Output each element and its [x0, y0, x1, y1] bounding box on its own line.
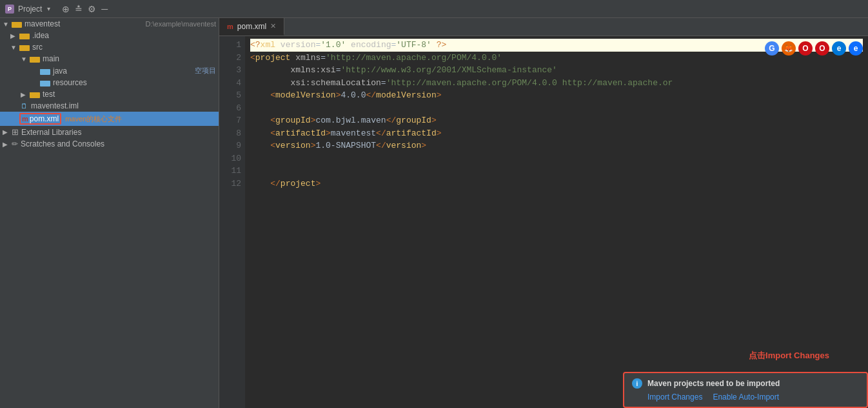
sidebar: ▼ maventest D:\example\maventest ▶ .idea…	[0, 18, 219, 408]
main-area: ▼ maventest D:\example\maventest ▶ .idea…	[0, 18, 868, 408]
code-line-6	[250, 102, 863, 115]
tree-item-maventest-root[interactable]: ▼ maventest D:\example\maventest	[0, 18, 219, 30]
editor-area: m pom.xml ✕ G 🦊 O O e e	[219, 18, 868, 408]
hint-text: 点击Import Changes	[749, 350, 829, 362]
minimize-btn[interactable]: ─	[101, 4, 108, 14]
title-bar-controls: ⊕ ≛ ⚙ ─	[62, 4, 108, 14]
code-line-9: <version>1.0-SNAPSHOT</version>	[250, 139, 863, 152]
project-icon: P	[5, 5, 14, 14]
code-line-12: </project>	[250, 178, 863, 190]
settings-btn[interactable]: ⚙	[88, 4, 96, 14]
chevron-main: ▼	[21, 56, 30, 63]
notification-info-icon: i	[632, 378, 642, 389]
svg-rect-11	[40, 81, 44, 83]
opera-icon[interactable]: O	[798, 41, 813, 56]
label-idea: .idea	[32, 31, 216, 40]
label-iml: maventest.iml	[31, 101, 216, 110]
svg-rect-3	[19, 34, 24, 36]
opera2-icon[interactable]: O	[815, 41, 829, 56]
collapse-btn[interactable]: ≛	[75, 4, 83, 14]
label-external: External Libraries	[21, 128, 216, 137]
svg-rect-13	[30, 92, 34, 94]
tree-item-test[interactable]: ▶ test	[0, 88, 219, 100]
code-line-10	[250, 152, 863, 165]
svg-rect-5	[19, 45, 24, 47]
tab-pom[interactable]: m pom.xml ✕	[219, 18, 284, 36]
folder-icon-src	[19, 43, 30, 51]
project-dropdown-arrow[interactable]: ▾	[47, 5, 50, 12]
tab-close-btn[interactable]: ✕	[270, 22, 276, 30]
code-line-8: <artifactId>maventest</artifactId>	[250, 127, 863, 140]
label-scratches: Scratches and Consoles	[21, 139, 216, 148]
folder-icon-idea	[19, 32, 30, 39]
code-line-4: xsi:schemaLocation='http://maven.apache.…	[250, 77, 863, 90]
title-bar: P Project ▾ ⊕ ≛ ⚙ ─	[0, 0, 868, 18]
chevron-src: ▼	[10, 44, 19, 51]
tab-maven-icon: m	[227, 23, 233, 30]
browser-icons: G 🦊 O O e e	[765, 41, 863, 56]
line-numbers: 1 2 3 4 5 6 7 8 9 10 11 12	[219, 36, 245, 408]
external-icon: ⊞	[12, 127, 19, 137]
folder-icon-maventest	[12, 20, 22, 28]
svg-rect-1	[12, 22, 16, 24]
code-line-5: <modelVersion>4.0.0</modelVersion>	[250, 89, 863, 102]
label-resources: resources	[53, 78, 216, 87]
tree-item-idea[interactable]: ▶ .idea	[0, 30, 219, 41]
tree-item-java[interactable]: java 空项目	[0, 65, 219, 77]
chevron-scratches: ▶	[3, 141, 12, 148]
notification-title: Maven projects need to be imported	[647, 379, 780, 388]
tree-item-src[interactable]: ▼ src	[0, 41, 219, 53]
tree-item-main[interactable]: ▼ main	[0, 53, 219, 65]
notification-actions: Import Changes Enable Auto-Import	[632, 393, 859, 402]
code-line-7: <groupId>com.bjwl.maven</groupId>	[250, 114, 863, 127]
scratches-icon: ✏	[12, 139, 18, 148]
svg-rect-7	[30, 57, 34, 59]
tree-item-scratches[interactable]: ▶ ✏ Scratches and Consoles	[0, 138, 219, 150]
firefox-icon[interactable]: 🦊	[782, 41, 796, 56]
pom-icon-box: m pom.xml	[19, 113, 61, 125]
folder-icon-resources	[40, 79, 50, 87]
title-bar-project: Project	[18, 5, 42, 14]
file-icon-iml: 🗒	[19, 101, 28, 110]
label-java: java	[53, 66, 191, 76]
label-pom: pom.xml	[30, 114, 59, 123]
tree-item-pom[interactable]: m pom.xml maven的核心文件	[0, 112, 219, 126]
title-bar-left: P Project ▾ ⊕ ≛ ⚙ ─	[5, 4, 108, 14]
badge-java: 空项目	[195, 66, 216, 76]
folder-icon-test	[30, 90, 40, 98]
notification-header: i Maven projects need to be imported	[632, 378, 859, 389]
ie-icon[interactable]: e	[849, 41, 863, 56]
tab-bar: m pom.xml ✕	[219, 18, 868, 36]
chevron-external: ▶	[3, 128, 12, 136]
label-main: main	[43, 54, 216, 63]
svg-rect-9	[40, 69, 44, 71]
folder-icon-main	[30, 55, 40, 63]
chevron-maventest: ▼	[3, 21, 12, 28]
code-line-11	[250, 165, 863, 178]
pom-annotation: maven的核心文件	[65, 114, 122, 124]
edge-icon[interactable]: e	[832, 41, 846, 56]
chevron-test: ▶	[21, 91, 30, 98]
code-line-3: xmlns:xsi='http://www.w3.org/2001/XMLSch…	[250, 64, 863, 77]
label-test: test	[43, 90, 216, 99]
enable-autoimport-link[interactable]: Enable Auto-Import	[713, 393, 779, 402]
chevron-idea: ▶	[10, 32, 19, 39]
add-btn[interactable]: ⊕	[62, 4, 70, 14]
label-maventest: maventest	[25, 19, 142, 28]
label-src: src	[32, 43, 216, 52]
tree-item-resources[interactable]: resources	[0, 77, 219, 88]
path-maventest: D:\example\maventest	[146, 20, 216, 28]
import-changes-link[interactable]: Import Changes	[647, 393, 702, 402]
tree-item-iml[interactable]: 🗒 maventest.iml	[0, 100, 219, 112]
tree-item-external-libraries[interactable]: ▶ ⊞ External Libraries	[0, 126, 219, 138]
folder-icon-java	[40, 67, 50, 75]
tab-label: pom.xml	[237, 22, 266, 31]
chrome-icon[interactable]: G	[765, 41, 779, 56]
notification-popup: i Maven projects need to be imported Imp…	[623, 372, 868, 408]
pom-m-icon: m	[22, 115, 28, 123]
